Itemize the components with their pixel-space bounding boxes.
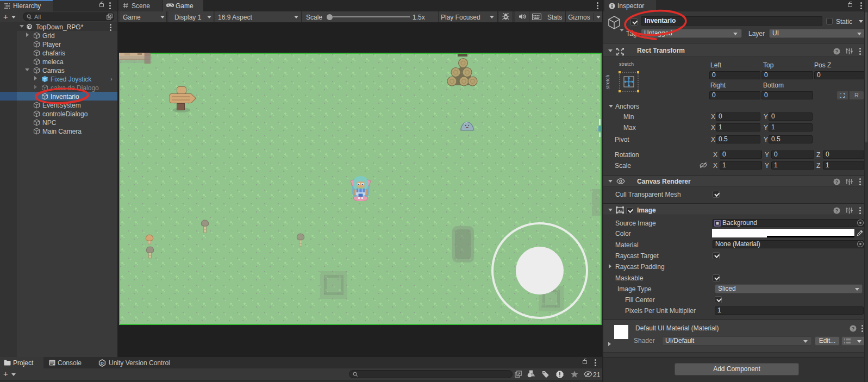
svg-text:?: ?: [852, 326, 855, 331]
svg-text:?: ?: [835, 49, 839, 54]
svg-text:D: D: [101, 361, 104, 366]
svg-text:?: ?: [835, 208, 839, 214]
svg-text:?: ?: [835, 179, 839, 185]
